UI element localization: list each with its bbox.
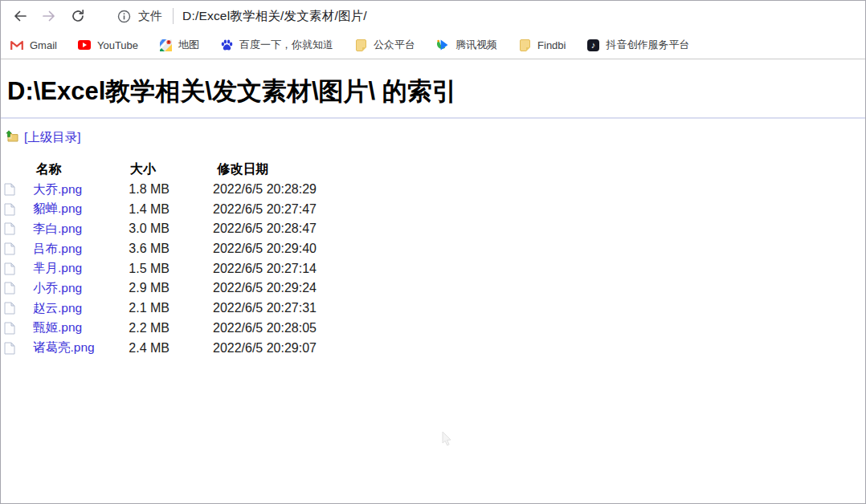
file-link[interactable]: 甄姬.png [33, 320, 82, 334]
file-date: 2022/6/5 20:27:31 [170, 301, 317, 315]
scheme-label: 文件 [138, 9, 162, 24]
bookmark-label: 抖音创作服务平台 [606, 38, 689, 52]
browser-window: 文件 D:/Excel教学相关/发文素材/图片/ Gmail YouTube 地… [0, 0, 866, 504]
file-date: 2022/6/5 20:29:07 [170, 341, 317, 356]
bookmark-label: Findbi [537, 39, 566, 51]
table-row: 李白.png 3.0 MB 2022/6/5 20:28:47 [4, 219, 865, 239]
file-icon [4, 222, 15, 235]
bookmark-label: 公众平台 [374, 38, 415, 52]
file-icon [4, 282, 15, 295]
file-date: 2022/6/5 20:28:05 [170, 321, 317, 335]
yellow-doc-icon [518, 39, 531, 51]
file-size: 2.4 MB [116, 341, 170, 356]
table-row: 甄姬.png 2.2 MB 2022/6/5 20:28:05 [4, 319, 865, 339]
bookmark-label: 腾讯视频 [455, 38, 497, 52]
bookmark-label: 地图 [178, 38, 199, 52]
file-icon [4, 322, 15, 335]
forward-button[interactable] [41, 8, 57, 24]
parent-directory-row: [上级目录] [5, 129, 865, 146]
refresh-button[interactable] [70, 8, 86, 24]
table-row: 吕布.png 3.6 MB 2022/6/5 20:29:40 [4, 239, 865, 259]
file-size: 1.4 MB [116, 202, 170, 217]
parent-directory-link[interactable]: [上级目录] [24, 129, 81, 146]
bookmark-label: 百度一下，你就知道 [239, 38, 333, 52]
table-row: 貂蝉.png 1.4 MB 2022/6/5 20:27:47 [4, 199, 865, 219]
info-icon [117, 10, 131, 23]
file-icon [4, 203, 15, 216]
title-divider [1, 117, 865, 119]
page-info-button[interactable] [116, 8, 131, 24]
listing-header-row: 名称 大小 修改日期 [4, 160, 865, 180]
file-icon [4, 342, 15, 355]
directory-index-page: D:\Excel教学相关\发文素材\图片\ 的索引 [上级目录] 名称 大小 修… [1, 59, 865, 504]
file-link[interactable]: 大乔.png [33, 182, 82, 196]
bookmarks-bar: Gmail YouTube 地图 百度一下，你就知道 公众平台 [1, 31, 865, 59]
file-size: 2.2 MB [116, 321, 170, 335]
bookmark-baidu[interactable]: 百度一下，你就知道 [220, 38, 333, 52]
file-link[interactable]: 貂蝉.png [33, 201, 82, 215]
bookmark-label: Gmail [30, 39, 57, 51]
table-row: 赵云.png 2.1 MB 2022/6/5 20:27:31 [4, 299, 865, 319]
file-date: 2022/6/5 20:28:47 [170, 222, 317, 236]
bookmark-findbi[interactable]: Findbi [518, 39, 566, 51]
file-date: 2022/6/5 20:29:40 [170, 242, 317, 256]
bookmark-youtube[interactable]: YouTube [78, 39, 138, 51]
file-size: 3.0 MB [116, 222, 170, 236]
table-row: 诸葛亮.png 2.4 MB 2022/6/5 20:29:07 [4, 338, 865, 358]
mouse-cursor-icon [441, 431, 454, 450]
google-maps-icon [159, 39, 172, 51]
bookmark-label: YouTube [97, 39, 138, 51]
tencent-video-icon [436, 39, 449, 51]
file-date: 2022/6/5 20:27:14 [170, 262, 317, 276]
file-icon [4, 183, 15, 196]
forward-icon [42, 9, 56, 23]
column-header-size: 大小 [116, 161, 170, 178]
file-listing: 名称 大小 修改日期 大乔.png 1.8 MB 2022/6/5 20:28:… [1, 160, 865, 358]
browser-toolbar: 文件 D:/Excel教学相关/发文素材/图片/ [1, 1, 865, 31]
table-row: 芈月.png 1.5 MB 2022/6/5 20:27:14 [4, 258, 865, 278]
douyin-icon: ♪ [586, 39, 599, 51]
file-icon [4, 242, 15, 255]
file-link[interactable]: 芈月.png [33, 261, 82, 274]
file-size: 2.1 MB [116, 301, 170, 315]
baidu-icon [220, 39, 233, 51]
back-button[interactable] [12, 8, 28, 24]
folder-up-icon [5, 130, 18, 146]
file-link[interactable]: 小乔.png [33, 281, 82, 295]
gmail-icon [10, 39, 23, 51]
file-date: 2022/6/5 20:27:47 [170, 202, 317, 217]
table-row: 小乔.png 2.9 MB 2022/6/5 20:29:24 [4, 278, 865, 299]
file-size: 1.8 MB [116, 182, 170, 197]
page-title: D:\Excel教学相关\发文素材\图片\ 的索引 [1, 59, 865, 117]
yellow-doc-icon [354, 39, 367, 51]
address-separator [173, 8, 174, 24]
bookmark-douyin[interactable]: ♪ 抖音创作服务平台 [586, 38, 689, 52]
file-icon [4, 262, 15, 275]
youtube-icon [78, 39, 91, 51]
file-size: 3.6 MB [116, 242, 170, 256]
file-size: 1.5 MB [116, 262, 170, 276]
address-url[interactable]: D:/Excel教学相关/发文素材/图片/ [182, 8, 367, 25]
file-date: 2022/6/5 20:28:29 [170, 182, 317, 197]
file-link[interactable]: 吕布.png [33, 242, 82, 255]
file-link[interactable]: 李白.png [33, 222, 82, 235]
bookmark-gmail[interactable]: Gmail [10, 39, 57, 51]
column-header-name: 名称 [33, 161, 116, 178]
bookmark-maps[interactable]: 地图 [159, 38, 199, 52]
file-link[interactable]: 诸葛亮.png [33, 340, 95, 354]
file-link[interactable]: 赵云.png [33, 301, 82, 315]
bookmark-tencent-video[interactable]: 腾讯视频 [436, 38, 497, 52]
file-size: 2.9 MB [116, 281, 170, 295]
bookmark-gongzhong[interactable]: 公众平台 [354, 38, 415, 52]
table-row: 大乔.png 1.8 MB 2022/6/5 20:28:29 [4, 180, 865, 200]
refresh-icon [71, 9, 85, 23]
column-header-date: 修改日期 [170, 161, 317, 178]
file-icon [4, 302, 15, 315]
file-date: 2022/6/5 20:29:24 [170, 281, 317, 295]
back-icon [13, 9, 27, 23]
